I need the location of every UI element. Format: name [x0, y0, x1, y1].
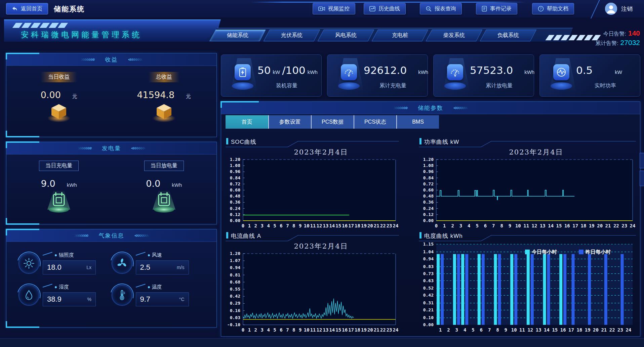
svg-text:3: 3	[459, 223, 462, 228]
svg-text:0.68: 0.68	[230, 279, 240, 285]
nav-tab-load[interactable]: 负载系统	[480, 30, 537, 41]
daily-charge-value: 9.0	[41, 178, 55, 189]
svg-text:1: 1	[248, 223, 251, 228]
svg-text:15: 15	[335, 327, 341, 333]
total-discharge-value: 57523.0	[470, 64, 513, 76]
tab-bms[interactable]: BMS	[396, 115, 439, 129]
title-accent-bar	[419, 138, 421, 144]
svg-text:3: 3	[261, 327, 264, 333]
svg-text:7: 7	[286, 223, 289, 228]
svg-text:23: 23	[387, 223, 392, 228]
footer-bar	[0, 338, 644, 347]
svg-text:0.81: 0.81	[230, 272, 240, 277]
help-doc-label: 帮助文档	[547, 5, 568, 12]
report-query-button[interactable]: 报表查询	[420, 3, 462, 14]
total-charge-value: 92612.0	[364, 64, 407, 76]
event-log-button[interactable]: 事件记录	[476, 3, 517, 14]
logout-link[interactable]: 注销	[621, 5, 633, 13]
svg-text:V: V	[454, 74, 456, 77]
svg-text:20: 20	[593, 327, 599, 333]
leader-dot	[55, 286, 57, 288]
wind-speed-unit: m/s	[177, 265, 185, 270]
edge-collapse-handle[interactable]	[640, 153, 644, 168]
chart-title: 功率曲线 kW	[424, 138, 459, 146]
capacity-kw-value: 50	[257, 64, 271, 76]
svg-text:8: 8	[496, 327, 499, 333]
svg-text:6: 6	[280, 327, 282, 333]
svg-text:13: 13	[323, 223, 328, 228]
svg-text:13: 13	[536, 327, 541, 333]
title-accent-bar	[226, 232, 228, 238]
svg-text:3: 3	[455, 327, 458, 333]
top-bar: 返回首页 储能系统 视频监控 历史曲线 报表查询 事件记录 ? 帮助文档 注销	[0, 0, 644, 17]
chevrons-left-icon: <<<<<<<	[134, 232, 149, 238]
nav-tab-charger[interactable]: 充电桩	[372, 30, 429, 41]
tab-pcs-data[interactable]: PCS数据	[311, 115, 354, 129]
svg-text:0.48: 0.48	[423, 193, 434, 199]
video-monitor-button[interactable]: 视频监控	[313, 3, 355, 14]
svg-text:0.12: 0.12	[423, 212, 434, 217]
daily-revenue-label: 当日收益	[41, 72, 77, 82]
svg-text:0.31: 0.31	[423, 300, 434, 305]
svg-text:15: 15	[335, 223, 341, 228]
event-log-icon	[482, 6, 487, 12]
svg-text:13: 13	[540, 223, 546, 228]
svg-text:8: 8	[500, 223, 503, 228]
svg-text:24: 24	[626, 327, 631, 333]
nav-tab-storage[interactable]: 储能系统	[209, 30, 266, 41]
daily-discharge-label: 当日放电量	[144, 161, 184, 171]
thermometer-icon	[112, 285, 132, 306]
svg-text:16: 16	[342, 223, 348, 228]
svg-text:0: 0	[242, 327, 244, 333]
humidity-unit: %	[87, 297, 91, 302]
nav-tab-diesel[interactable]: 柴发系统	[426, 30, 483, 41]
svg-text:0.21: 0.21	[423, 307, 434, 312]
svg-text:16: 16	[342, 327, 348, 333]
svg-text:7: 7	[492, 223, 495, 228]
svg-text:5: 5	[273, 223, 276, 228]
leader-line	[135, 284, 145, 287]
battery-icon	[235, 64, 251, 80]
svg-text:24: 24	[393, 223, 399, 228]
tab-param-settings[interactable]: 参数设置	[268, 115, 311, 129]
report-query-label: 报表查询	[435, 5, 456, 12]
gold-box-icon	[46, 101, 71, 124]
chart-date: 2023年2月4日	[419, 147, 637, 157]
event-log-label: 事件记录	[490, 5, 512, 12]
svg-text:10: 10	[515, 223, 521, 228]
gauge-icon: V	[341, 64, 357, 80]
svg-text:11: 11	[310, 327, 316, 333]
tab-home[interactable]: 首页	[226, 115, 268, 129]
leader-line	[135, 252, 145, 255]
history-curve-button[interactable]: 历史曲线	[364, 3, 406, 14]
realtime-power-label: 实时功率	[573, 82, 637, 89]
generation-panel: >>>>>>> 发电量 <<<<<<< 当日充电量 9.0 kWh	[6, 142, 217, 224]
svg-text:2: 2	[254, 223, 257, 228]
svg-text:24: 24	[630, 223, 636, 228]
revenue-panel: >>>>>>> 收益 <<<<<<< 当日收益 0.00 元 总收益	[6, 53, 217, 137]
installed-capacity-label: 装机容量	[255, 82, 319, 89]
svg-text:0.96: 0.96	[230, 169, 240, 174]
chevrons-left-icon: <<<<<<<	[127, 56, 143, 62]
svg-text:16: 16	[564, 223, 570, 228]
chart-title: SOC曲线	[231, 138, 256, 146]
svg-text:11: 11	[310, 223, 316, 228]
soc-chart: SOC曲线 2023年2月4日 0.000.120.240.360.480.60…	[226, 137, 400, 229]
chart-title: 电度曲线 kWh	[424, 232, 463, 240]
nav-tab-pv[interactable]: 光伏系统	[264, 30, 320, 41]
leader-line	[43, 284, 52, 287]
svg-text:18: 18	[355, 327, 360, 333]
svg-text:17: 17	[572, 223, 578, 228]
help-doc-button[interactable]: ? 帮助文档	[532, 3, 574, 14]
title-accent-bar	[419, 232, 421, 238]
edge-collapse-handle[interactable]	[640, 171, 644, 186]
irradiance-unit: Lx	[86, 265, 91, 270]
tab-pcs-status[interactable]: PCS状态	[354, 115, 396, 129]
nav-tab-wind[interactable]: 风电系统	[318, 30, 374, 41]
user-avatar[interactable]	[605, 3, 617, 15]
back-home-button[interactable]: 返回首页	[6, 3, 48, 14]
humidity-label: 湿度	[59, 284, 69, 290]
svg-text:10: 10	[304, 223, 310, 228]
leader-dot	[148, 254, 150, 256]
svg-text:0.52: 0.52	[423, 286, 434, 291]
